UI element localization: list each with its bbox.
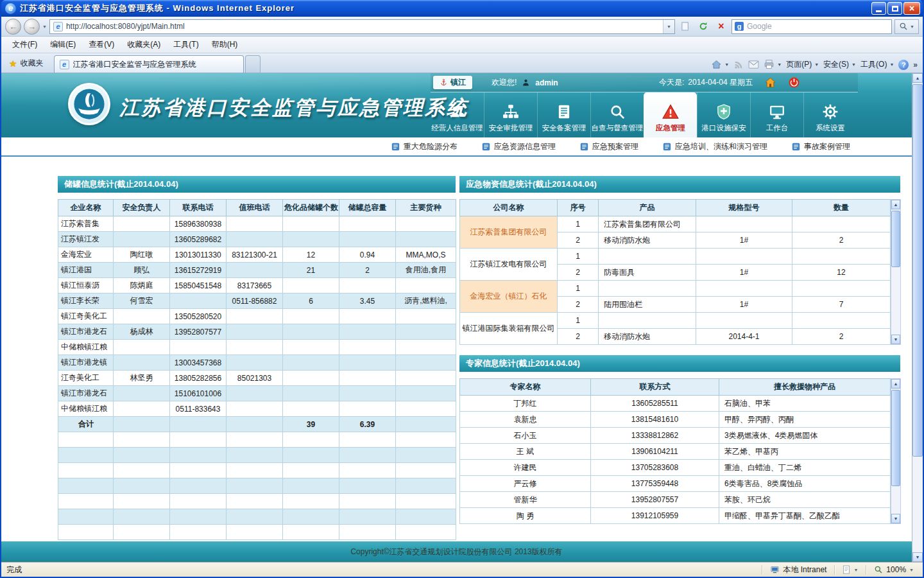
scroll-up-button[interactable]: ▲	[891, 200, 900, 209]
stop-button[interactable]: ×	[714, 19, 729, 34]
cell: 13615272919	[170, 263, 227, 278]
feeds-button[interactable]	[733, 60, 744, 70]
cell	[283, 232, 339, 247]
address-input[interactable]: e http://localhost:8080/yjpt/Main.html ▼	[49, 19, 675, 34]
supplies-scrollbar[interactable]: ▲ ▼	[891, 199, 901, 345]
subnav-item[interactable]: 应急资源信息管理	[482, 141, 556, 152]
nav-item-safety-approval[interactable]: 安全审批管理	[484, 92, 537, 137]
scrollbar-thumb[interactable]	[912, 84, 923, 457]
cell: 13003457368	[170, 355, 227, 371]
menu-item[interactable]: 工具(T)	[167, 37, 204, 53]
scroll-down-button[interactable]: ▼	[912, 552, 923, 562]
tools-menu-button[interactable]: 工具(O)▼	[860, 59, 894, 70]
nav-item-operator-info[interactable]: 经营人信息管理	[431, 92, 484, 137]
city-badge[interactable]: 镇江	[433, 76, 472, 89]
print-button[interactable]: ▼	[764, 59, 782, 70]
nav-item-self-inspection[interactable]: 自查与督查管理	[590, 92, 644, 137]
history-dropdown-icon[interactable]: ▼	[42, 24, 47, 29]
company-cell: 金海宏业（镇江）石化	[460, 281, 558, 313]
cell	[227, 263, 283, 278]
favorites-tab-bar: ★ 收藏夹 e 江苏省港口安全监管与应急管理系统 ▼ ▼ 页面(P)▼ 安	[1, 53, 923, 73]
nav-item-safety-record[interactable]: 安全备案管理	[537, 92, 590, 137]
cell: 13605285511	[591, 396, 719, 412]
cell	[114, 478, 170, 494]
cell: 防毒面具	[599, 265, 696, 281]
subnav-item[interactable]: 应急培训、演练和演习管理	[663, 141, 767, 152]
cell	[170, 340, 227, 355]
nav-item-workbench[interactable]: 工作台	[750, 92, 803, 137]
empty-row	[58, 509, 456, 525]
security-zone: 本地 Intranet	[766, 565, 830, 575]
experts-scrollbar[interactable]: ▲ ▼	[891, 378, 901, 524]
browser-tab[interactable]: e 江苏省港口安全监管与应急管理系统	[54, 55, 244, 73]
home-page-button[interactable]	[764, 76, 776, 89]
new-tab-stub[interactable]	[245, 55, 261, 73]
favorites-button[interactable]: ★ 收藏夹	[4, 55, 49, 73]
table-row: 镇江奇美化工 13505280520	[58, 309, 456, 324]
protected-mode-button[interactable]: ▼	[839, 565, 862, 574]
table-row: 江苏镇江发 13605289682	[58, 232, 456, 247]
refresh-button[interactable]	[696, 19, 711, 34]
logout-button[interactable]	[788, 76, 800, 89]
subnav-item[interactable]: 应急预案管理	[580, 141, 638, 152]
column-header: 专家名称	[460, 379, 591, 396]
search-input[interactable]: g Google	[732, 19, 892, 34]
safety-menu-button[interactable]: 安全(S)▼	[823, 59, 856, 70]
page-scrollbar[interactable]: ▲ ▼	[912, 73, 923, 562]
cell: 0511-856882	[227, 293, 283, 309]
search-button[interactable]: ▼	[894, 19, 919, 34]
menu-item[interactable]: 收藏夹(A)	[121, 37, 166, 53]
help-button[interactable]: ?	[898, 60, 909, 70]
scroll-down-button[interactable]: ▼	[891, 514, 900, 523]
page-menu-button[interactable]: 页面(P)▼	[786, 59, 819, 70]
address-dropdown-button[interactable]: ▼	[663, 20, 674, 33]
column-header: 主要货种	[396, 200, 456, 216]
cell: 镇江市港龙镇	[58, 355, 114, 371]
subnav-item[interactable]: 重大危险源分布	[391, 141, 458, 152]
minimize-button[interactable]	[871, 2, 886, 15]
cell	[339, 340, 396, 355]
back-button[interactable]: ←	[5, 19, 21, 35]
column-header: 产品	[599, 200, 696, 216]
scroll-down-button[interactable]: ▼	[891, 335, 900, 344]
cell	[396, 432, 456, 448]
tab-title: 江苏省港口安全监管与应急管理系统	[73, 59, 238, 70]
read-mail-button[interactable]	[748, 60, 759, 69]
maximize-button[interactable]	[887, 2, 902, 15]
column-header: 值班电话	[227, 200, 283, 216]
nav-item-emergency[interactable]: 应急管理	[644, 92, 697, 137]
home-button[interactable]: ▼	[711, 59, 729, 70]
cell	[283, 494, 339, 509]
column-header: 储罐总容量	[339, 200, 396, 216]
company-cell: 江苏索普集团有限公司	[460, 216, 558, 249]
cell	[396, 232, 456, 247]
menu-item[interactable]: 编辑(E)	[44, 37, 81, 53]
zoom-control[interactable]: 100% ▼	[870, 565, 918, 574]
rss-icon	[733, 60, 744, 70]
toolbar-overflow-icon[interactable]: »	[913, 60, 918, 69]
table-row: 镇江李长荣何雪宏 0511-85688263.45沥青,燃料油,	[58, 293, 456, 309]
sub-nav: 重大危险源分布应急资源信息管理应急预案管理应急培训、演练和演习管理事故案例管理	[1, 137, 912, 157]
nav-item-port-security[interactable]: 港口设施保安	[697, 92, 750, 137]
menu-item[interactable]: 查看(V)	[83, 37, 120, 53]
nav-item-system-settings[interactable]: 系统设置	[803, 92, 857, 137]
column-header: 联系电话	[170, 200, 227, 216]
scroll-up-button[interactable]: ▲	[912, 73, 923, 83]
scroll-up-button[interactable]: ▲	[891, 379, 900, 389]
tank-panel-title: 储罐信息统计(截止2014.04.04)	[58, 176, 456, 193]
cell: 移动消防水炮	[599, 329, 696, 345]
menu-item[interactable]: 文件(F)	[6, 37, 43, 53]
menu-item[interactable]: 帮助(H)	[206, 37, 244, 53]
cell: 1	[558, 249, 599, 265]
forward-button[interactable]: →	[24, 19, 40, 35]
cell	[114, 494, 170, 509]
table-row: 陶 勇13912105959甲缩醛、甲基异丁基酮、乙酸乙酯	[460, 508, 891, 524]
table-row: 镇江港国际集装箱有限公司1	[460, 313, 891, 329]
intranet-icon	[770, 565, 780, 575]
cell	[339, 494, 396, 509]
scrollbar-thumb[interactable]	[891, 390, 900, 486]
compatibility-view-button[interactable]	[678, 19, 693, 34]
close-button[interactable]: ×	[903, 2, 920, 15]
subnav-item[interactable]: 事故案例管理	[792, 141, 850, 152]
scrollbar-thumb[interactable]	[891, 211, 900, 267]
